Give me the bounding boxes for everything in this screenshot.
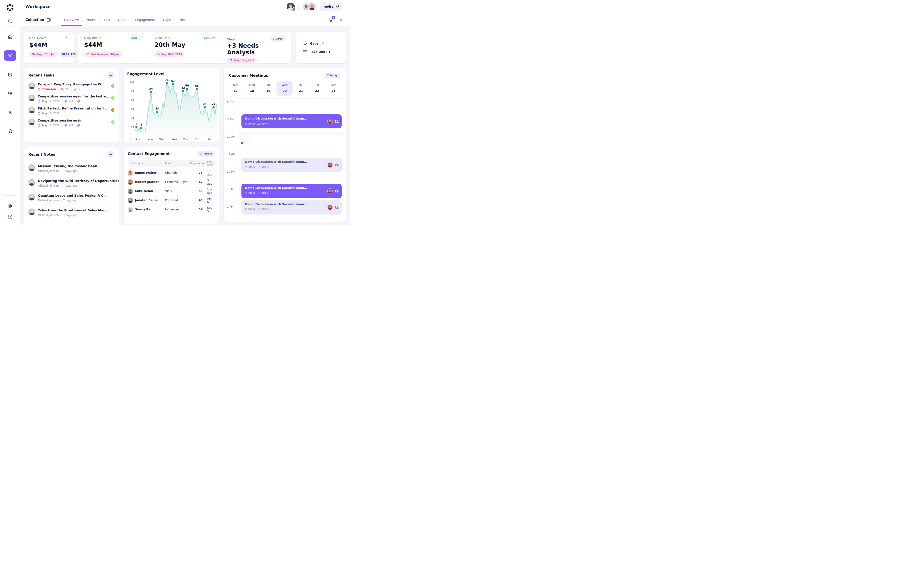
puzzle-icon (8, 129, 13, 134)
calendar-plus-icon[interactable] (335, 163, 339, 167)
calendar-plus-icon[interactable] (335, 205, 339, 209)
event-title: Demo Discussion with Securiti team… (245, 202, 338, 206)
svg-text:Wed: Wed (172, 138, 177, 141)
meeting-event[interactable]: Demo Discussion with Securiti team… 9:00… (241, 158, 342, 172)
table-row[interactable]: Robert Jackson Economic Buyer 67 3 d ago (128, 177, 215, 186)
meeting-event[interactable]: Demo Discussion with Securiti team… 9:00… (241, 115, 342, 128)
table-row[interactable]: Jonatan Saine PoC Lead 45 Apr - 6 (128, 195, 215, 205)
task-row[interactable]: Competitive session again May 12, 2022 •… (28, 119, 114, 127)
panel-right-icon[interactable] (46, 18, 51, 22)
task-title: Pitch Perfect: Refine Presentation for I… (38, 107, 111, 110)
task-row[interactable]: Competitive session again for the last s… (28, 95, 114, 103)
task-row[interactable]: Pitch Perfect: Refine Presentation for I… (28, 107, 114, 115)
svg-text:23: 23 (155, 107, 159, 110)
insights-notification-button[interactable]: 7 (329, 18, 333, 22)
collection-tabs: Overview Notes Task OppAi Engagement Gap… (60, 13, 190, 26)
col-engagement: Engagement (190, 162, 203, 165)
sidebar-item-notes[interactable] (4, 69, 16, 80)
svg-text:2: 2 (140, 123, 142, 126)
collection-bar-actions: 7 (329, 18, 344, 22)
note-row[interactable]: Tales from the Frontlines of Sales Magic… (28, 208, 114, 217)
time-label: 11 AM (227, 152, 235, 156)
edit-profile-icon: ✎ (292, 7, 296, 11)
task-status-dot (111, 84, 114, 88)
note-title: Mission: Closing the Cosmic Deal! (38, 164, 97, 168)
svg-text:Thu: Thu (183, 138, 188, 141)
avatar (28, 194, 35, 200)
tab-gaps[interactable]: Gaps (159, 13, 175, 26)
sidebar-item-home[interactable] (4, 31, 16, 42)
calendar-grid[interactable]: 8 AM 9 AM 10 AM 11 AM 12 PM 1 PM 2 PM De… (224, 99, 346, 221)
svg-text:65: 65 (195, 84, 199, 87)
paperclip-icon (74, 88, 77, 91)
task-progress: 2/3 (69, 100, 73, 103)
slack-icon[interactable] (339, 18, 344, 22)
note-row[interactable]: Mission: Closing the Cosmic Deal! Michea… (28, 164, 114, 173)
svg-text:56: 56 (185, 84, 189, 87)
table-row[interactable]: James Walter Champion 76 1 d ago (128, 168, 215, 177)
invite-button[interactable]: Invite (320, 2, 343, 11)
col-role: Role (165, 162, 190, 165)
current-user-avatar[interactable]: ✎ (287, 3, 295, 11)
home-icon (8, 34, 13, 39)
avatar (128, 179, 133, 185)
svg-text:Sat: Sat (207, 138, 212, 141)
tab-notes[interactable]: Notes (83, 13, 99, 26)
sidebar-item-settings[interactable] (4, 201, 16, 212)
current-time-line (242, 143, 342, 144)
meeting-event[interactable]: Demo Discussion with Securiti team… 9:00… (241, 200, 342, 215)
recent-notes-card: Recent Notes + Mission: Closing the Cosm… (24, 147, 119, 225)
task-title: Prospect Ping Pong: Reengage the W… (38, 82, 111, 86)
gaps-count-label: Gaps : 4 (310, 42, 324, 45)
day-column-wed-active[interactable]: Wed20 (277, 81, 293, 96)
kpi-trend-badge: 50k (204, 36, 216, 39)
calendar-plus-icon[interactable] (335, 120, 339, 123)
sidebar-item-insights[interactable] (4, 107, 16, 118)
current-time-dot (241, 142, 243, 144)
table-row[interactable]: Mike Helan VP IT 53 1 w ago (128, 186, 215, 195)
day-column-tue[interactable]: Tue19 (260, 81, 277, 96)
logo-icon (6, 3, 15, 12)
svg-text:10: 10 (131, 126, 134, 129)
kpi-title: Opp. Health (84, 36, 102, 39)
sidebar-item-gaps[interactable] (4, 126, 16, 137)
invite-label: Invite (324, 5, 334, 8)
day-column-fri[interactable]: Fri22 (309, 81, 325, 96)
clock-refresh-icon (157, 53, 160, 55)
note-title: Quantum Leaps and Sales Peaks: A C.. (38, 194, 106, 197)
team-avatars[interactable] (302, 3, 316, 11)
add-note-button[interactable]: + (107, 151, 114, 158)
app-logo[interactable] (6, 3, 15, 12)
search-button[interactable] (4, 16, 16, 27)
tab-oppai[interactable]: OppAi (114, 13, 131, 26)
task-status-dot (111, 96, 114, 100)
svg-text:80: 80 (131, 90, 134, 92)
task-row[interactable]: Prospect Ping Pong: Reengage the W… Tomo… (28, 82, 114, 91)
day-column-mon[interactable]: Mon18 (244, 81, 260, 96)
tab-task[interactable]: Task (99, 13, 114, 26)
dashboard-content: Opp. Health $44M Meeting: 15th Jan OPPS:… (20, 26, 350, 225)
tab-overview[interactable]: Overview (60, 13, 83, 26)
svg-text:60: 60 (131, 99, 134, 102)
time-label: 1 PM (227, 187, 233, 191)
meeting-event[interactable]: Demo Discussion with Securiti team… 9:00… (241, 184, 342, 198)
note-row[interactable]: Navigating the Wild Territory of Opportu… (28, 179, 114, 187)
add-task-button[interactable]: + (107, 72, 114, 79)
note-row[interactable]: Quantum Leaps and Sales Peaks: A C.. Mic… (28, 194, 114, 202)
task-progress: 2/3 (69, 124, 73, 127)
task-status-dot (111, 120, 114, 124)
calendar-plus-icon[interactable] (335, 189, 339, 193)
tab-files[interactable]: Files (175, 13, 190, 26)
task-due-label: Task Due : 5 (310, 50, 331, 53)
svg-text:Mon: Mon (147, 138, 152, 141)
day-column-sun[interactable]: Sun17 (228, 81, 244, 96)
day-column-thu[interactable]: Thu21 (293, 81, 309, 96)
day-column-sat[interactable]: Sat23 (325, 81, 342, 96)
send-icon (335, 5, 340, 9)
checkbox-icon (61, 88, 64, 91)
tab-engagement[interactable]: Engagement (131, 13, 159, 26)
table-row[interactable]: Sunny Rai Influencer 34 Sep - 5 (128, 205, 215, 214)
sidebar-item-help[interactable]: ? (4, 212, 16, 222)
sidebar-item-tasks[interactable] (4, 88, 16, 99)
sidebar-item-opportunities[interactable] (4, 50, 16, 61)
